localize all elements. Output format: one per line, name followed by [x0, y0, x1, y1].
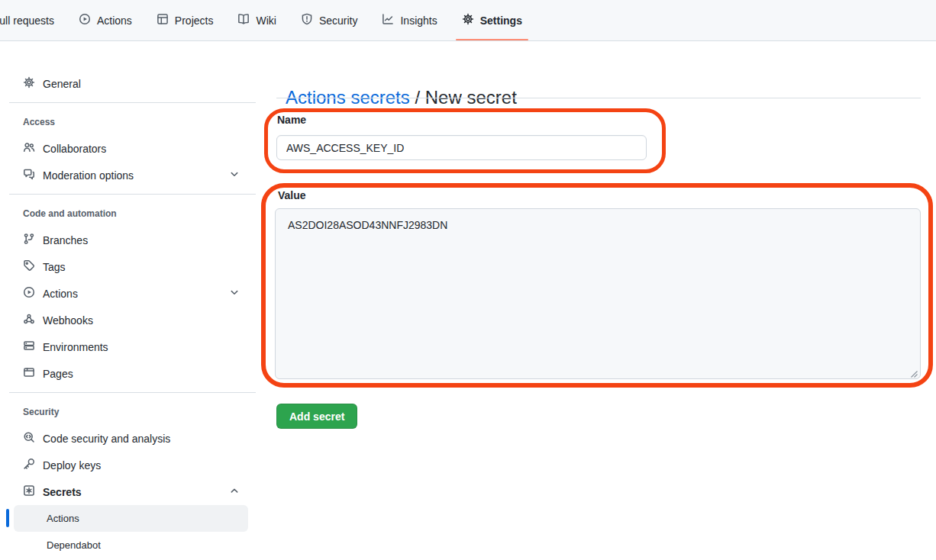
tab-label: Actions: [97, 14, 132, 27]
repo-tab-bar: Pull requests Actions Projects Wiki Secu…: [0, 0, 936, 41]
secret-value-textarea[interactable]: AS2DOI28ASOD43NNFJ2983DN: [275, 208, 921, 379]
code-scan-icon: [23, 431, 43, 446]
sidebar-item-webhooks[interactable]: Webhooks: [9, 307, 256, 333]
sidebar-item-secrets[interactable]: Secrets: [9, 478, 256, 505]
sidebar-item-label: General: [43, 78, 81, 90]
sidebar-divider: [9, 392, 256, 393]
sidebar-item-code-security[interactable]: Code security and analysis: [9, 425, 256, 452]
sidebar-item-label: Secrets: [43, 486, 82, 498]
sidebar-divider: [9, 194, 256, 195]
server-icon: [23, 340, 43, 354]
play-icon: [79, 13, 91, 27]
tab-label: Projects: [175, 14, 214, 27]
book-icon: [237, 13, 250, 27]
people-icon: [23, 141, 43, 156]
tab-wiki[interactable]: Wiki: [225, 0, 288, 40]
sidebar-subitem-secrets-actions[interactable]: Actions: [14, 505, 248, 532]
page-title: Actions secrets / New secret: [276, 66, 517, 108]
git-branch-icon: [23, 233, 43, 247]
sidebar-subitem-secrets-dependabot[interactable]: Dependabot: [14, 532, 248, 558]
sidebar-item-label: Actions: [47, 513, 79, 524]
shield-icon: [301, 13, 313, 27]
sidebar-item-label: Pages: [43, 368, 73, 380]
tab-settings[interactable]: Settings: [450, 0, 534, 40]
sidebar-item-label: Actions: [43, 288, 78, 300]
tab-label: Settings: [480, 14, 522, 27]
sidebar-item-label: Moderation options: [43, 169, 134, 182]
tab-actions[interactable]: Actions: [66, 0, 144, 40]
sidebar-item-moderation-options[interactable]: Moderation options: [9, 162, 256, 188]
sidebar-section-code-and-automation: Code and automation: [9, 200, 256, 227]
value-field-label: Value: [278, 189, 306, 201]
secret-name-input[interactable]: [276, 135, 647, 160]
sidebar-item-label: Webhooks: [43, 314, 93, 327]
sidebar-item-label: Environments: [43, 341, 108, 353]
chevron-up-icon: [228, 484, 248, 499]
sidebar-item-tags[interactable]: Tags: [9, 253, 256, 280]
tab-pull-requests[interactable]: Pull requests: [0, 0, 66, 40]
tab-projects[interactable]: Projects: [144, 0, 226, 40]
tab-security[interactable]: Security: [289, 0, 370, 40]
graph-icon: [382, 13, 394, 27]
sidebar-item-actions[interactable]: Actions: [9, 280, 256, 307]
sidebar-item-label: Tags: [43, 261, 66, 273]
table-icon: [157, 13, 169, 27]
tab-label: Insights: [400, 14, 437, 27]
browser-icon: [23, 366, 43, 381]
sidebar-item-environments[interactable]: Environments: [9, 333, 256, 360]
sidebar-item-label: Branches: [43, 234, 88, 246]
asterisk-box-icon: [23, 484, 43, 499]
tab-insights[interactable]: Insights: [370, 0, 449, 40]
add-secret-button[interactable]: Add secret: [276, 404, 357, 429]
settings-sidebar: General Access Collaborators Moderation …: [0, 41, 257, 560]
tab-label: Wiki: [256, 14, 276, 27]
name-field-label: Name: [277, 114, 306, 126]
sidebar-item-label: Dependabot: [47, 539, 101, 551]
chevron-down-icon: [228, 168, 248, 182]
webhook-icon: [23, 313, 43, 327]
sidebar-item-deploy-keys[interactable]: Deploy keys: [9, 452, 256, 478]
sidebar-item-label: Deploy keys: [43, 459, 101, 471]
sidebar-divider: [9, 102, 256, 103]
sidebar-item-collaborators[interactable]: Collaborators: [9, 135, 256, 162]
sidebar-item-label: Code security and analysis: [43, 433, 170, 445]
tab-label: Pull requests: [0, 14, 54, 27]
gear-icon: [462, 13, 474, 27]
tag-icon: [23, 259, 43, 274]
play-icon: [23, 286, 43, 301]
content-divider: [276, 98, 921, 98]
chevron-down-icon: [228, 286, 248, 301]
sidebar-section-access: Access: [9, 108, 256, 135]
sidebar-section-security: Security: [9, 398, 256, 425]
sidebar-item-general[interactable]: General: [9, 70, 256, 97]
key-icon: [23, 458, 43, 472]
tab-label: Security: [319, 14, 358, 27]
comment-discussion-icon: [23, 168, 43, 182]
sidebar-item-branches[interactable]: Branches: [9, 227, 256, 253]
sidebar-item-label: Collaborators: [43, 143, 106, 155]
sidebar-item-pages[interactable]: Pages: [9, 360, 256, 387]
gear-icon: [23, 76, 43, 91]
